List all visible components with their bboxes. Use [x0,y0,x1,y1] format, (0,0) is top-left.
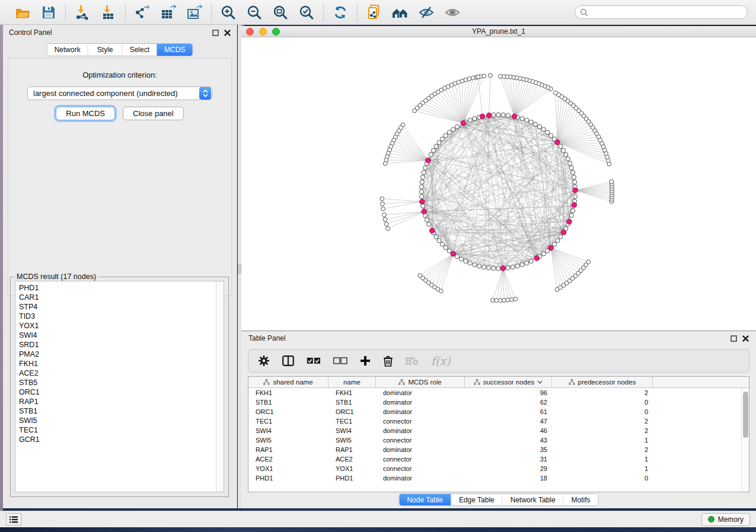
mcds-result-item[interactable]: ACE2 [19,368,224,378]
graph-node[interactable] [464,259,468,263]
table-row[interactable]: PHD1PHD1dominator180 [248,473,741,483]
graph-node[interactable] [537,124,541,129]
select-all-icon[interactable] [307,357,321,364]
graph-node[interactable] [434,235,438,239]
graph-hub-node[interactable] [567,219,572,225]
open-session-icon[interactable] [14,4,31,21]
tab-mcds[interactable]: MCDS [157,44,192,56]
column-header-name[interactable]: name [328,377,376,387]
mcds-result-item[interactable]: STB1 [19,406,224,416]
graph-node[interactable] [571,171,575,175]
mcds-result-item[interactable]: GCR1 [19,435,224,444]
mcds-result-item[interactable]: RAP1 [19,397,224,406]
table-row[interactable]: TEC1TEC1connector472 [248,416,741,426]
hide-selected-icon[interactable] [417,4,435,21]
graph-hub-node[interactable] [461,121,466,126]
graph-node[interactable] [498,74,502,78]
network-graph[interactable] [241,37,756,331]
column-header-MCDS-role[interactable]: MCDS role [376,377,465,387]
table-row[interactable]: FKH1FKH1dominator962 [248,388,741,398]
zoom-fit-icon[interactable] [272,4,289,21]
delete-column-icon[interactable] [383,355,393,367]
graph-hub-node[interactable] [512,114,517,119]
graph-node[interactable] [520,262,524,267]
graph-node[interactable] [437,239,441,243]
graph-node[interactable] [482,74,486,78]
zoom-out-icon[interactable] [245,4,263,21]
graph-node[interactable] [429,152,433,156]
graph-node[interactable] [541,252,546,256]
save-session-icon[interactable] [40,4,58,21]
close-panel-button[interactable]: Close panel [123,107,184,120]
network-from-selection-icon[interactable] [365,4,383,21]
graph-node[interactable] [384,222,388,226]
show-all-icon[interactable] [444,4,461,21]
column-header-successor-nodes[interactable]: successor nodes [465,377,552,387]
graph-hub-node[interactable] [534,256,540,261]
table-row[interactable]: SWI4SWI4dominator462 [248,426,741,435]
mcds-result-item[interactable]: FKH1 [19,359,224,368]
graph-node[interactable] [455,124,459,129]
graph-node[interactable] [420,175,425,180]
graph-hub-node[interactable] [572,203,577,208]
mcds-result-item[interactable]: STB5 [19,378,224,387]
tab-select[interactable]: Select [123,44,157,56]
graph-node[interactable] [495,299,499,303]
graph-node[interactable] [511,265,515,269]
graph-node[interactable] [447,130,451,134]
graph-node[interactable] [476,75,480,79]
graph-node[interactable] [383,217,387,222]
graph-node[interactable] [610,180,614,184]
graph-node[interactable] [420,204,425,208]
graph-node[interactable] [513,297,518,301]
graph-node[interactable] [571,209,575,213]
graph-node[interactable] [496,113,500,117]
graph-hub-node[interactable] [500,266,506,271]
graph-node[interactable] [569,213,573,217]
graph-hub-node[interactable] [555,140,560,145]
graph-node[interactable] [564,152,568,156]
graph-node[interactable] [501,113,505,117]
table-scrollbar-thumb[interactable] [743,392,748,438]
float-panel-icon[interactable] [212,30,219,36]
graph-node[interactable] [556,239,560,243]
graph-node[interactable] [382,213,386,217]
graph-node[interactable] [477,264,481,268]
graph-node[interactable] [427,222,431,226]
graph-node[interactable] [569,166,573,170]
tab-node-table[interactable]: Node Table [399,494,451,505]
tab-motifs[interactable]: Motifs [564,494,598,505]
add-column-icon[interactable] [360,355,371,366]
graph-node[interactable] [440,242,444,246]
table-row[interactable]: STB1STB1dominator620 [248,398,741,407]
run-mcds-button[interactable]: Run MCDS [56,107,115,120]
graph-node[interactable] [549,133,553,137]
graph-node[interactable] [586,260,591,264]
graph-node[interactable] [506,266,510,270]
criterion-dropdown[interactable]: largest connected component (undirected) [27,86,212,100]
column-header-predecessor-nodes[interactable]: predecessor nodes [552,377,653,387]
graph-node[interactable] [381,207,385,211]
task-history-button[interactable] [6,513,21,525]
table-row[interactable]: ACE2ACE2connector311 [248,454,741,464]
mcds-result-item[interactable]: TEC1 [19,425,224,435]
zoom-selected-icon[interactable] [298,4,315,21]
mcds-list-scrollbar[interactable] [216,281,224,492]
graph-node[interactable] [419,194,423,198]
graph-node[interactable] [482,265,486,269]
graph-node[interactable] [420,180,424,184]
graph-node[interactable] [525,118,529,122]
graph-node[interactable] [529,120,533,124]
graph-node[interactable] [419,190,423,194]
graph-hub-node[interactable] [573,188,578,193]
graph-hub-node[interactable] [480,114,485,119]
graph-node[interactable] [559,145,563,149]
graph-node[interactable] [568,161,572,165]
graph-node[interactable] [425,218,429,222]
graph-node[interactable] [444,133,448,137]
table-options-icon[interactable] [258,355,270,367]
table-row[interactable]: SWI5SWI5connector431 [248,435,741,445]
graph-node[interactable] [431,148,435,152]
mcds-result-item[interactable]: STP4 [19,302,224,312]
export-network-icon[interactable] [133,4,151,21]
